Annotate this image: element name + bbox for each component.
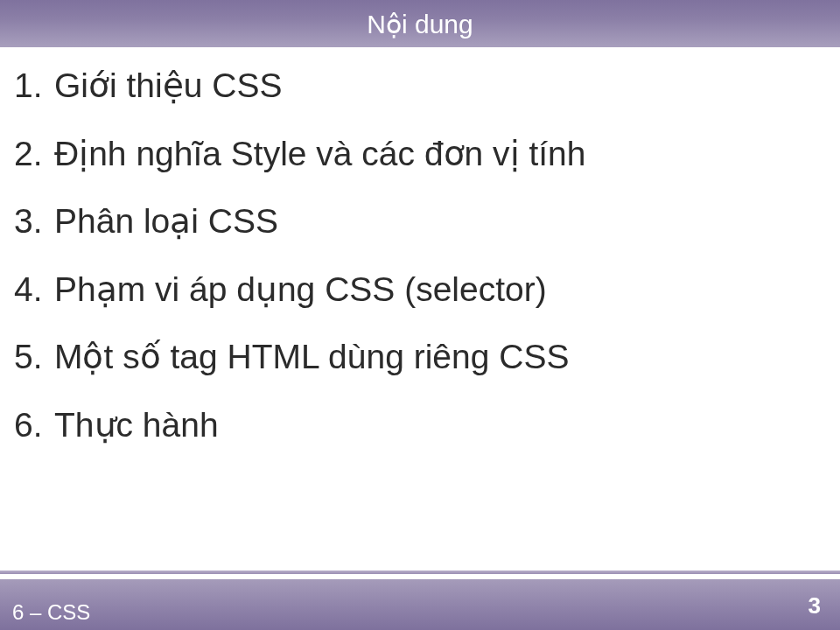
- item-text: Định nghĩa Style và các đơn vị tính: [54, 133, 826, 175]
- page-number: 3: [808, 592, 821, 620]
- list-item: 4. Phạm vi áp dụng CSS (selector): [14, 269, 826, 311]
- item-text: Phạm vi áp dụng CSS (selector): [54, 269, 826, 311]
- item-text: Thực hành: [54, 404, 826, 446]
- footer-lecture-label: 6 – CSS: [12, 600, 90, 625]
- list-item: 5. Một số tag HTML dùng riêng CSS: [14, 336, 826, 378]
- list-item: 6. Thực hành: [14, 404, 826, 446]
- item-number: 4.: [14, 269, 54, 311]
- item-number: 1.: [14, 65, 54, 107]
- item-number: 6.: [14, 404, 54, 446]
- item-text: Giới thiệu CSS: [54, 65, 826, 107]
- slide-title: Nội dung: [367, 9, 472, 39]
- item-text: Phân loại CSS: [54, 200, 826, 242]
- list-item: 3. Phân loại CSS: [14, 200, 826, 242]
- content-list: 1. Giới thiệu CSS 2. Định nghĩa Style và…: [14, 65, 826, 472]
- item-number: 3.: [14, 200, 54, 242]
- item-number: 5.: [14, 336, 54, 378]
- slide-footer: 6 – CSS 3: [0, 579, 840, 630]
- slide: Nội dung 1. Giới thiệu CSS 2. Định nghĩa…: [0, 0, 840, 630]
- slide-header: Nội dung: [0, 0, 840, 47]
- item-text: Một số tag HTML dùng riêng CSS: [54, 336, 826, 378]
- item-number: 2.: [14, 133, 54, 175]
- list-item: 1. Giới thiệu CSS: [14, 65, 826, 107]
- list-item: 2. Định nghĩa Style và các đơn vị tính: [14, 133, 826, 175]
